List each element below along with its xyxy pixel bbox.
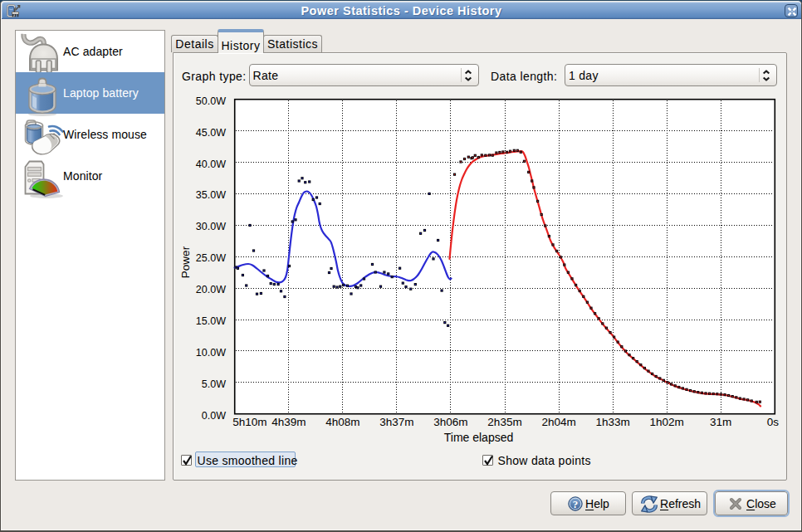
svg-text:3h06m: 3h06m bbox=[433, 416, 467, 428]
svg-text:2h35m: 2h35m bbox=[487, 416, 521, 428]
svg-text:4h39m: 4h39m bbox=[271, 416, 306, 428]
svg-text:20.0W: 20.0W bbox=[196, 284, 226, 295]
svg-text:1h02m: 1h02m bbox=[650, 416, 684, 428]
svg-text:1h33m: 1h33m bbox=[595, 416, 629, 428]
svg-text:5.0W: 5.0W bbox=[202, 378, 226, 390]
svg-text:Time elapsed: Time elapsed bbox=[444, 431, 514, 444]
svg-text:45.0W: 45.0W bbox=[196, 127, 226, 139]
svg-text:10.0W: 10.0W bbox=[196, 347, 226, 359]
svg-text:Power: Power bbox=[179, 246, 192, 278]
svg-text:30.0W: 30.0W bbox=[196, 221, 226, 232]
svg-text:3h37m: 3h37m bbox=[379, 416, 413, 428]
svg-text:5h10m: 5h10m bbox=[232, 416, 267, 428]
svg-text:4h08m: 4h08m bbox=[325, 416, 359, 428]
svg-text:50.0W: 50.0W bbox=[196, 95, 226, 107]
svg-text:40.0W: 40.0W bbox=[196, 159, 226, 170]
svg-text:?: ? bbox=[573, 498, 579, 510]
svg-text:31m: 31m bbox=[710, 416, 731, 428]
svg-text:35.0W: 35.0W bbox=[196, 189, 226, 201]
svg-text:0.0W: 0.0W bbox=[202, 410, 226, 422]
svg-text:25.0W: 25.0W bbox=[196, 252, 226, 264]
svg-text:2h04m: 2h04m bbox=[541, 416, 575, 428]
svg-text:15.0W: 15.0W bbox=[196, 315, 226, 327]
svg-text:0s: 0s bbox=[767, 416, 780, 428]
